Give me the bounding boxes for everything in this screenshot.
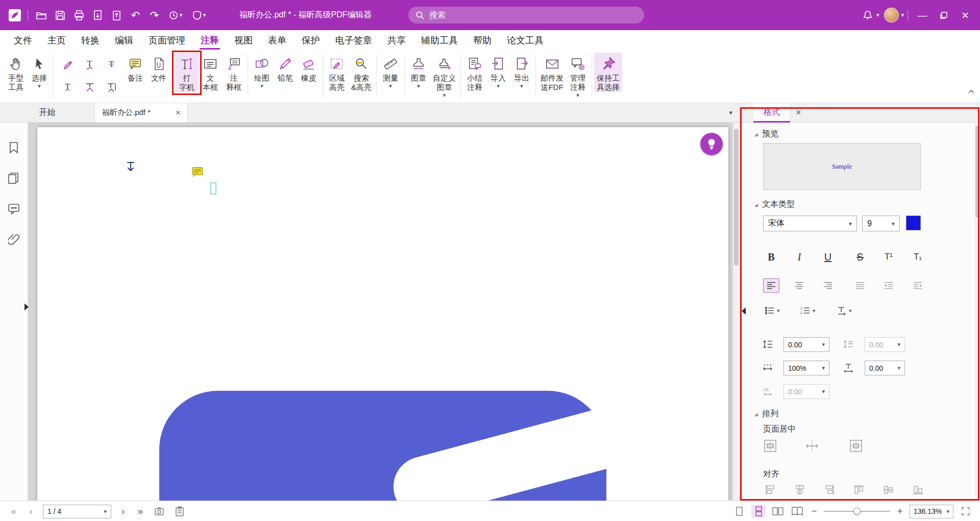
print-icon[interactable] — [69, 6, 88, 25]
close-document-icon[interactable]: × — [174, 108, 182, 118]
assistant-lightbulb-button[interactable] — [700, 133, 723, 155]
undo-icon[interactable]: ↶ — [126, 6, 145, 25]
tab-start-page[interactable]: 开始 — [0, 103, 95, 122]
zoom-level-input[interactable]: 136.13% ▾ — [910, 505, 953, 518]
bullet-list-button[interactable]: ▾ — [765, 304, 780, 317]
panel-scrollbar-thumb[interactable] — [975, 126, 978, 218]
summarize-comments-tool[interactable]: 小结 注释 — [463, 53, 486, 92]
scrollbar-thumb[interactable] — [734, 129, 739, 266]
account-dropdown-icon[interactable]: ▾ — [901, 12, 904, 18]
menu-tab-comment[interactable]: 注释 — [193, 30, 227, 50]
email-fdf-tool[interactable]: 邮件发 送FDF — [538, 53, 566, 92]
tab-list-dropdown-icon[interactable]: ▾ — [722, 109, 740, 116]
highlight-text-icon[interactable] — [59, 56, 77, 73]
font-family-select[interactable]: 宋体 ▾ — [763, 216, 857, 231]
char-spacing-input[interactable]: 0.00 ▾ — [865, 361, 905, 375]
menu-tab-convert[interactable]: 转换 — [74, 30, 107, 50]
squiggly-underline-icon[interactable]: T — [81, 56, 99, 73]
minimize-button[interactable]: — — [912, 5, 933, 26]
clipboard-icon[interactable] — [173, 505, 187, 518]
import-document-icon[interactable] — [107, 6, 126, 25]
open-file-icon[interactable] — [32, 6, 51, 25]
drawing-tool[interactable]: 绘图 ▾ — [250, 53, 274, 89]
numbered-list-button[interactable]: 12 ▾ — [800, 304, 816, 317]
bold-button[interactable]: B — [763, 249, 780, 265]
insert-text-icon[interactable] — [81, 79, 99, 96]
align-right-button[interactable] — [820, 278, 836, 293]
indent-decrease-button[interactable] — [880, 278, 897, 293]
snapshot-icon[interactable] — [152, 505, 166, 518]
subscript-button[interactable]: T₁ — [909, 249, 926, 265]
menu-tab-form[interactable]: 表单 — [260, 30, 294, 50]
pages-panel-icon[interactable] — [6, 171, 21, 186]
next-page-icon[interactable]: › — [117, 506, 129, 517]
font-color-swatch[interactable] — [906, 216, 921, 230]
pdf-page[interactable] — [37, 127, 728, 501]
search-highlight-tool[interactable]: 搜索 &高亮 — [349, 53, 374, 92]
menu-tab-paper-tools[interactable]: 论文工具 — [499, 30, 551, 50]
center-horizontally-button[interactable] — [763, 438, 778, 454]
import-comments-tool[interactable]: 导入 ▾ — [486, 53, 510, 89]
superscript-button[interactable]: T¹ — [880, 249, 897, 265]
first-page-icon[interactable]: « — [8, 506, 19, 517]
book-view-icon[interactable] — [790, 505, 804, 518]
notifications-bell-icon[interactable] — [859, 5, 876, 26]
align-objects-vcenter-button[interactable] — [881, 482, 896, 498]
menu-tab-share[interactable]: 共享 — [380, 30, 413, 50]
align-center-button[interactable] — [791, 278, 807, 293]
area-highlight-tool[interactable]: 区域 高亮 — [325, 53, 349, 92]
align-left-button[interactable] — [763, 278, 779, 293]
italic-button[interactable]: I — [791, 249, 808, 265]
collapse-ribbon-icon[interactable] — [966, 86, 977, 97]
align-objects-hcenter-button[interactable] — [792, 482, 807, 498]
menu-tab-protect[interactable]: 保护 — [294, 30, 328, 50]
single-page-view-icon[interactable] — [732, 505, 746, 518]
menu-tab-edit[interactable]: 编辑 — [107, 30, 141, 50]
font-size-select[interactable]: 9 ▾ — [862, 216, 900, 231]
app-logo-icon[interactable] — [5, 6, 24, 25]
page-number-input[interactable]: 1 / 4 ▾ — [43, 505, 111, 518]
underline-button[interactable]: U — [819, 249, 837, 265]
tab-format[interactable]: 格式 — [753, 103, 791, 123]
note-annotation-icon[interactable] — [192, 167, 203, 177]
preview-section-header[interactable]: ◢ 预览 — [754, 129, 778, 139]
menu-tab-home[interactable]: 主页 — [40, 30, 74, 50]
search-input[interactable] — [429, 11, 637, 20]
hand-tool[interactable]: 手型 工具 — [4, 53, 28, 92]
menu-tab-help[interactable]: 帮助 — [465, 30, 499, 50]
vertical-scrollbar[interactable] — [733, 123, 740, 501]
export-comments-tool[interactable]: 导出 ▾ — [510, 53, 533, 89]
close-button[interactable]: × — [954, 5, 976, 26]
comments-panel-icon[interactable] — [6, 201, 21, 217]
panel-close-icon[interactable]: × — [791, 107, 806, 118]
menu-tab-esign[interactable]: 电子签章 — [328, 30, 380, 50]
zoom-slider-handle[interactable] — [853, 508, 861, 515]
attachments-panel-icon[interactable] — [6, 232, 21, 247]
align-justify-button[interactable] — [852, 278, 868, 293]
facing-view-icon[interactable] — [771, 505, 785, 518]
line-spacing-input[interactable]: 0.00 ▾ — [783, 337, 829, 352]
pencil-tool[interactable]: 铅笔 — [274, 53, 297, 83]
menu-tab-accessibility[interactable]: 辅助工具 — [413, 30, 465, 50]
stamp-tool[interactable]: 图章 ▾ — [407, 53, 430, 89]
export-document-icon[interactable] — [88, 6, 107, 25]
redo-icon[interactable]: ↷ — [145, 6, 164, 25]
tab-active-document[interactable]: 福昕办公.pdf * × — [95, 103, 188, 122]
zoom-slider[interactable] — [824, 505, 890, 518]
menu-tab-file[interactable]: 文件 — [6, 30, 40, 50]
menu-tab-page-management[interactable]: 页面管理 — [141, 30, 193, 50]
expand-left-panel-icon[interactable] — [24, 303, 29, 311]
textbox-tool[interactable]: 文 本框 — [199, 53, 222, 92]
manage-comments-tool[interactable]: 管理 注释 ▾ — [566, 53, 590, 98]
callout-tool[interactable]: 注 释框 — [222, 53, 246, 92]
zoom-in-icon[interactable]: + — [895, 506, 904, 517]
center-vertically-button[interactable] — [804, 438, 820, 454]
protect-mode-dropdown[interactable]: ▾ — [187, 6, 211, 25]
quick-tools-dropdown[interactable]: ▾ — [164, 6, 187, 25]
measure-tool[interactable]: 测量 ▾ — [379, 53, 402, 89]
horizontal-scale-input[interactable]: 100% ▾ — [783, 361, 829, 375]
typewriter-tool[interactable]: 打 字机 — [175, 53, 199, 92]
select-tool[interactable]: 选择 ▾ — [28, 53, 51, 89]
note-tool[interactable]: 备注 — [124, 53, 147, 83]
strikethrough-button[interactable]: S — [851, 249, 869, 265]
